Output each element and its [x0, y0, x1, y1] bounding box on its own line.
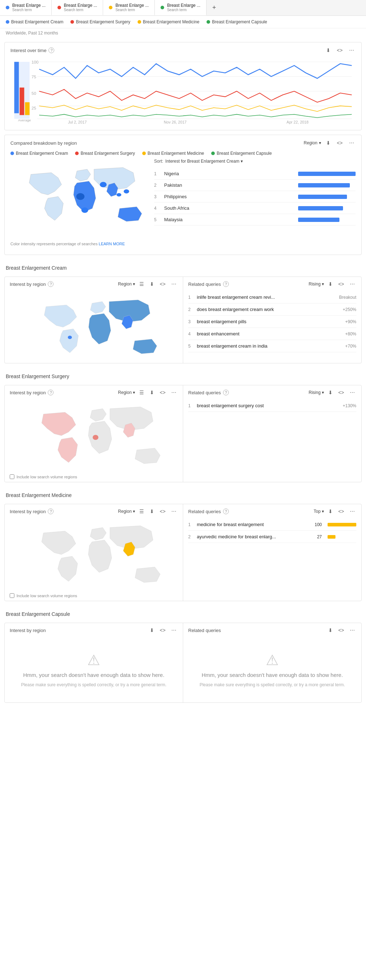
- region-select-button[interactable]: Region ▾: [304, 140, 321, 145]
- cream-queries-dl-btn[interactable]: ⬇: [327, 280, 334, 288]
- embed-button[interactable]: <>: [336, 47, 344, 54]
- interest-over-time-help-icon[interactable]: ?: [48, 48, 54, 53]
- capsule-queries-no-data: ⚠ Hmm, your search doesn't have enough d…: [183, 637, 361, 702]
- cream-query-4: 4 breast enhancement +80%: [188, 328, 356, 340]
- breakdown-map-legend: Color intensity represents percentage of…: [10, 239, 147, 249]
- download-button[interactable]: ⬇: [325, 47, 332, 54]
- medicine-interest-help-icon[interactable]: ?: [48, 509, 54, 514]
- tab-2[interactable]: Breast Enlarge ... Search term: [52, 0, 103, 16]
- legend-surgery-label: Breast Enlargement Surgery: [76, 19, 130, 24]
- legend-surgery-dot: [70, 20, 74, 24]
- surgery-interest-title: Interest by region: [10, 390, 46, 395]
- capsule-interest-dl-btn[interactable]: ⬇: [148, 627, 156, 634]
- cream-query-1: 1 inlife breast enlargement cream revi..…: [188, 291, 356, 304]
- breakdown-map-note: Color intensity represents percentage of…: [10, 242, 98, 246]
- learn-more-link[interactable]: LEARN MORE: [99, 242, 125, 246]
- cream-region-select[interactable]: Region ▾: [118, 282, 135, 286]
- breakdown-rankings: Sort: Interest for Breast Enlargement Cr…: [154, 159, 356, 249]
- interest-over-time-title: Interest over time: [10, 48, 46, 53]
- cream-queries-help-icon[interactable]: ?: [223, 281, 229, 287]
- cream-interest-list-btn[interactable]: ☰: [138, 280, 145, 288]
- rank-num-3: 3: [154, 194, 160, 199]
- surgery-interest-list-btn[interactable]: ☰: [138, 389, 145, 396]
- legend-cream-dot: [6, 20, 10, 24]
- region-label: Region: [304, 140, 318, 145]
- sort-dropdown-button[interactable]: Interest for Breast Enlargement Cream ▾: [165, 159, 242, 164]
- cream-queries-header-left: Related queries ?: [188, 281, 229, 287]
- capsule-interest-embed-btn[interactable]: <>: [158, 627, 167, 634]
- surgery-queries-sort-btn[interactable]: Rising ▾: [309, 390, 324, 395]
- capsule-queries-dl-btn[interactable]: ⬇: [327, 627, 334, 634]
- surgery-queries-dl-btn[interactable]: ⬇: [327, 389, 334, 396]
- capsule-queries-header: Related queries ⬇ <> ⋯: [183, 623, 361, 637]
- tab-3[interactable]: Breast Enlarge ... Search term: [103, 0, 155, 16]
- breakdown-download-button[interactable]: ⬇: [325, 139, 332, 146]
- cream-query-5: 5 breast enlargement cream in india +70%: [188, 340, 356, 352]
- capsule-interest-share-btn[interactable]: ⋯: [170, 627, 178, 634]
- cream-queries-share-btn[interactable]: ⋯: [348, 280, 356, 288]
- cream-queries-sort-btn[interactable]: Rising ▾: [309, 282, 324, 286]
- svg-text:Apr 22, 2018: Apr 22, 2018: [286, 120, 309, 124]
- capsule-queries-embed-btn[interactable]: <>: [337, 627, 345, 634]
- medicine-query-2-bar: [328, 535, 336, 539]
- sort-bar: Sort: Interest for Breast Enlargement Cr…: [154, 159, 356, 164]
- svg-point-22: [68, 336, 72, 339]
- share-button[interactable]: ⋯: [348, 47, 356, 54]
- surgery-region-select[interactable]: Region ▾: [118, 390, 135, 395]
- cream-interest-dl-btn[interactable]: ⬇: [148, 280, 156, 288]
- surgery-interest-help-icon[interactable]: ?: [48, 390, 54, 395]
- surgery-interest-col: Interest by region ? Region ▾ ☰ ⬇ <> ⋯: [5, 385, 183, 482]
- cream-query-3: 3 breast enlargement pills +90%: [188, 316, 356, 328]
- cream-interest-share-btn[interactable]: ⋯: [170, 280, 178, 288]
- tab-3-text: Breast Enlarge ... Search term: [115, 3, 149, 12]
- capsule-interest-col: Interest by region ⬇ <> ⋯ ⚠ Hmm, your se…: [5, 623, 183, 702]
- medicine-interest-embed-btn[interactable]: <>: [158, 508, 167, 515]
- rank-bar-3: [298, 195, 347, 199]
- cream-interest-embed-btn[interactable]: <>: [158, 280, 167, 288]
- rank-item-3: 3 Philippines: [154, 191, 356, 202]
- rank-name-4: South Africa: [164, 205, 294, 211]
- cream-map: [5, 291, 183, 363]
- tab-4[interactable]: Breast Enlarge ... Search term: [155, 0, 207, 16]
- rank-item-5: 5 Malaysia: [154, 214, 356, 226]
- surgery-queries-share-btn[interactable]: ⋯: [348, 389, 356, 396]
- rank-bar-4: [298, 206, 343, 210]
- tab-3-dot: [109, 6, 112, 10]
- medicine-queries-help-icon[interactable]: ?: [223, 509, 229, 514]
- medicine-queries-dl-btn[interactable]: ⬇: [327, 508, 334, 515]
- medicine-queries-sort-btn[interactable]: Top ▾: [313, 509, 324, 514]
- breakdown-embed-button[interactable]: <>: [336, 139, 344, 146]
- medicine-queries-embed-btn[interactable]: <>: [337, 508, 345, 515]
- medicine-query-list: 1 medicine for breast enlargement 100 2 …: [183, 519, 361, 543]
- cream-interest-help-icon[interactable]: ?: [48, 281, 54, 287]
- surgery-queries-embed-btn[interactable]: <>: [337, 389, 345, 396]
- capsule-queries-no-data-title: Hmm, your search doesn't have enough dat…: [202, 672, 343, 678]
- surgery-low-volume-checkbox[interactable]: [10, 474, 14, 479]
- sort-label: Sort:: [154, 159, 163, 164]
- cream-queries-embed-btn[interactable]: <>: [337, 280, 345, 288]
- breakdown-legend-cream: Breast Enlargement Cream: [10, 151, 68, 156]
- svg-point-23: [93, 435, 99, 440]
- breakdown-share-button[interactable]: ⋯: [348, 139, 356, 146]
- cream-two-col: Interest by region ? Region ▾ ☰ ⬇ <> ⋯: [4, 277, 362, 363]
- surgery-interest-share-btn[interactable]: ⋯: [170, 389, 178, 396]
- medicine-interest-list-btn[interactable]: ☰: [138, 508, 145, 515]
- surgery-queries-col: Related queries ? Rising ▾ ⬇ <> ⋯ 1 brea…: [183, 385, 361, 482]
- surgery-queries-help-icon[interactable]: ?: [223, 390, 229, 395]
- medicine-interest-dl-btn[interactable]: ⬇: [148, 508, 156, 515]
- tab-1[interactable]: Breast Enlarge ... Search term: [0, 0, 52, 16]
- svg-rect-10: [14, 62, 19, 113]
- capsule-queries-share-btn[interactable]: ⋯: [348, 627, 356, 634]
- add-tab-button[interactable]: +: [207, 0, 222, 16]
- medicine-region-select[interactable]: Region ▾: [118, 509, 135, 514]
- surgery-interest-embed-btn[interactable]: <>: [158, 389, 167, 396]
- medicine-queries-share-btn[interactable]: ⋯: [348, 508, 356, 515]
- surgery-interest-dl-btn[interactable]: ⬇: [148, 389, 156, 396]
- medicine-low-volume-checkbox[interactable]: [10, 593, 14, 598]
- interest-over-time-header: Interest over time ? ⬇ <> ⋯: [5, 42, 361, 58]
- interest-over-time-card: Interest over time ? ⬇ <> ⋯ 100 75 50 25: [4, 42, 362, 130]
- breakdown-legend-bar: Breast Enlargement Cream Breast Enlargem…: [5, 151, 361, 159]
- medicine-query-1: 1 medicine for breast enlargement 100: [188, 519, 356, 531]
- cream-query-5-name: breast enlargement cream in india: [197, 343, 342, 349]
- medicine-interest-share-btn[interactable]: ⋯: [170, 508, 178, 515]
